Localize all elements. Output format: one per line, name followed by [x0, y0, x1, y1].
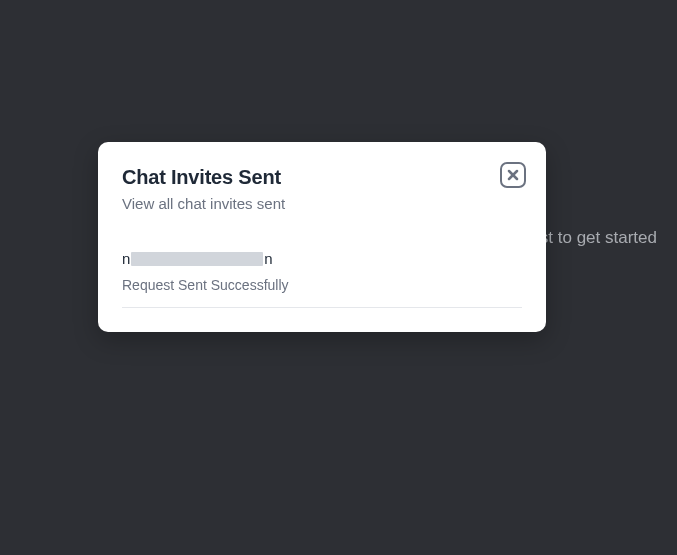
redacted-text	[131, 252, 263, 266]
close-icon	[507, 169, 519, 181]
invite-status: Request Sent Successfully	[122, 277, 522, 293]
email-prefix: n	[122, 250, 130, 267]
close-button[interactable]	[500, 162, 526, 188]
invite-list: n n Request Sent Successfully	[122, 250, 522, 308]
invite-item: n n Request Sent Successfully	[122, 250, 522, 308]
invite-email: n n	[122, 250, 522, 267]
modal-title: Chat Invites Sent	[122, 166, 522, 189]
modal-subtitle: View all chat invites sent	[122, 195, 522, 212]
chat-invites-modal: Chat Invites Sent View all chat invites …	[98, 142, 546, 332]
modal-header: Chat Invites Sent View all chat invites …	[122, 166, 522, 212]
background-hint-text: st to get started	[540, 228, 657, 248]
email-suffix: n	[264, 250, 272, 267]
